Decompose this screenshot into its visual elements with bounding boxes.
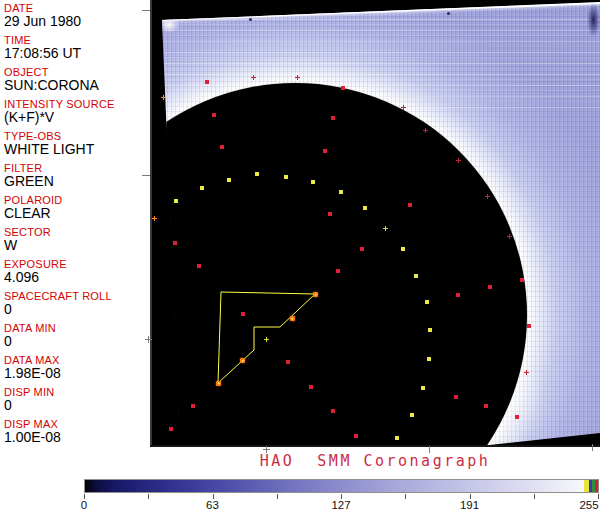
red-fiducial-marker [515, 415, 519, 419]
red-cross-marker [251, 75, 256, 80]
colorbar-tick-label: 0 [81, 499, 87, 511]
metadata-field-value: GREEN [4, 174, 150, 189]
red-fiducial-marker [408, 203, 412, 207]
red-fiducial-marker [456, 293, 460, 297]
axis-tick-vdash [592, 444, 593, 451]
metadata-field-value: CLEAR [4, 206, 150, 221]
red-fiducial-marker [336, 269, 340, 273]
yellow-fiducial-marker [227, 178, 231, 182]
red-fiducial-marker [520, 278, 524, 282]
red-cross-marker [524, 370, 529, 375]
colorbar-tick-label: 255 [579, 499, 598, 511]
red-fiducial-marker [191, 404, 195, 408]
metadata-field-value: 0 [4, 398, 150, 413]
red-cross-marker [295, 75, 300, 80]
red-fiducial-marker [484, 404, 488, 408]
red-fiducial-marker [360, 247, 364, 251]
image-frame-left [150, 0, 152, 447]
red-fiducial-marker [220, 145, 224, 149]
yellow-cross-marker [264, 337, 269, 342]
yellow-fiducial-marker [363, 206, 367, 210]
colorbar-area: 063127191255 [0, 478, 600, 512]
colorbar-tick [277, 494, 278, 499]
red-fiducial-marker [173, 241, 177, 245]
metadata-field-value: W [4, 238, 150, 253]
metadata-field-value: 17:08:56 UT [4, 46, 150, 61]
metadata-field-value: (K+F)*V [4, 110, 150, 125]
colorbar-end-stripe [592, 480, 595, 492]
red-fiducial-marker [212, 113, 216, 117]
colorbar-end-stripe [589, 480, 592, 492]
colorbar-tick [534, 494, 535, 499]
yellow-fiducial-marker [410, 413, 414, 417]
axis-tick-vdash [429, 446, 430, 453]
fiducial-marker-layer [150, 0, 600, 447]
metadata-panel: DATE29 Jun 1980TIME17:08:56 UTOBJECTSUN:… [0, 0, 150, 447]
colorbar-tick [405, 494, 406, 499]
yellow-fiducial-marker [284, 175, 288, 179]
yellow-cross-marker [383, 226, 388, 231]
roi-vertex-marker [313, 292, 318, 297]
coronagraph-image[interactable] [150, 0, 600, 447]
yellow-fiducial-marker [425, 300, 429, 304]
yellow-fiducial-marker [339, 190, 343, 194]
colorbar-end-stripe [584, 480, 589, 492]
red-fiducial-marker [169, 427, 173, 431]
axis-tick-plus [263, 446, 270, 453]
image-caption: HAO SMM Coronagraph [150, 452, 600, 470]
yellow-fiducial-marker [174, 199, 178, 203]
metadata-field-value: 0 [4, 334, 150, 349]
red-fiducial-marker [354, 434, 358, 438]
yellow-fiducial-marker [427, 357, 431, 361]
red-fiducial-marker [488, 285, 492, 289]
red-cross-marker [485, 194, 490, 199]
red-fiducial-marker [331, 116, 335, 120]
colorbar-end-stripe [595, 480, 599, 492]
metadata-field-label: DISP MIN [4, 387, 150, 398]
roi-vertex-marker [240, 358, 245, 363]
metadata-field-value: WHITE LIGHT [4, 142, 150, 157]
image-frame-bottom [150, 445, 600, 447]
axis-tick-hdash [142, 10, 150, 11]
metadata-field-value: SUN:CORONA [4, 78, 150, 93]
metadata-field-value: 1.00E-08 [4, 430, 150, 445]
orange-cross-marker [152, 216, 157, 221]
metadata-field-label: SECTOR [4, 227, 150, 238]
yellow-fiducial-marker [421, 386, 425, 390]
red-fiducial-marker [323, 149, 327, 153]
red-fiducial-marker [241, 312, 245, 316]
red-fiducial-marker [286, 360, 290, 364]
red-fiducial-marker [328, 212, 332, 216]
metadata-field-value: 0 [4, 302, 150, 317]
axis-tick-plus [145, 336, 152, 343]
orange-cross-marker [161, 95, 166, 100]
axis-tick-hdash [142, 175, 150, 176]
red-fiducial-marker [527, 324, 531, 328]
red-fiducial-marker [341, 86, 345, 90]
red-fiducial-marker [309, 385, 313, 389]
metadata-field-value: 29 Jun 1980 [4, 14, 150, 29]
colorbar-tick-label: 127 [331, 499, 350, 511]
metadata-field-value: 1.98E-08 [4, 366, 150, 381]
colorbar [84, 479, 599, 493]
metadata-field-label: DATA MIN [4, 323, 150, 334]
roi-vertex-marker [290, 316, 295, 321]
colorbar-tick [148, 494, 149, 499]
red-fiducial-marker [331, 409, 335, 413]
yellow-fiducial-marker [255, 172, 259, 176]
colorbar-tick-label: 191 [460, 499, 479, 511]
red-fiducial-marker [454, 395, 458, 399]
yellow-fiducial-marker [414, 274, 418, 278]
yellow-fiducial-marker [311, 180, 315, 184]
red-fiducial-marker [205, 80, 209, 84]
red-cross-marker [456, 158, 461, 163]
yellow-fiducial-marker [401, 247, 405, 251]
red-cross-marker [507, 234, 512, 239]
colorbar-tick-label: 63 [206, 499, 219, 511]
metadata-field-value: 4.096 [4, 270, 150, 285]
metadata-field-label: SPACECRAFT ROLL [4, 291, 150, 302]
yellow-fiducial-marker [200, 186, 204, 190]
red-cross-marker [401, 105, 406, 110]
yellow-fiducial-marker [395, 436, 399, 440]
roi-vertex-marker [216, 381, 221, 386]
